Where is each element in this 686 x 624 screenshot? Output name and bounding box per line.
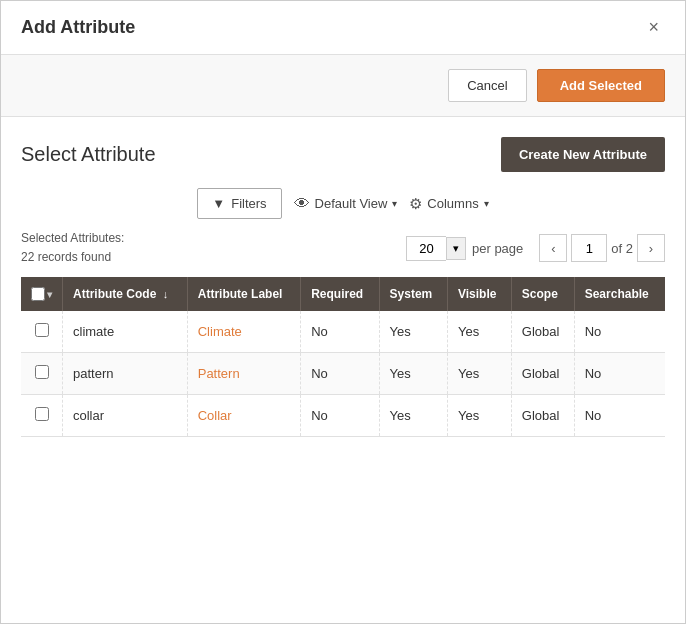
filters-button[interactable]: ▼ Filters [197,188,281,219]
chevron-down-icon: ▾ [392,198,397,209]
cell-system: Yes [379,353,447,395]
page-nav: ‹ of 2 › [539,234,665,262]
th-required: Required [301,277,379,311]
cell-visible: Yes [447,353,511,395]
cell-searchable: No [574,311,665,353]
attribute-label-link[interactable]: Collar [198,408,232,423]
eye-icon: 👁 [294,195,310,213]
total-pages-label: of 2 [611,241,633,256]
table-row: climate Climate No Yes Yes Global No [21,311,665,353]
th-attribute-code: Attribute Code ↓ [63,277,188,311]
sort-icon[interactable]: ↓ [163,288,169,300]
attribute-label-link[interactable]: Climate [198,324,242,339]
cell-attribute-code: collar [63,395,188,437]
th-system: System [379,277,447,311]
cell-attribute-code: climate [63,311,188,353]
view-label: Default View [315,196,388,211]
table-row: pattern Pattern No Yes Yes Global No [21,353,665,395]
row-checkbox[interactable] [35,365,49,379]
row-checkbox-cell [21,311,63,353]
default-view-selector[interactable]: 👁 Default View ▾ [294,195,398,213]
select-all-dropdown-icon[interactable]: ▾ [47,289,52,300]
cell-visible: Yes [447,395,511,437]
current-page-input[interactable] [571,234,607,262]
records-found-label: 22 records found [21,248,124,267]
per-page-control: ▾ per page [406,236,523,261]
section-header: Select Attribute Create New Attribute [21,137,665,172]
modal-toolbar: Cancel Add Selected [1,55,685,117]
cancel-button[interactable]: Cancel [448,69,526,102]
prev-page-button[interactable]: ‹ [539,234,567,262]
selected-attrs-label: Selected Attributes: [21,229,124,248]
modal-title: Add Attribute [21,17,135,38]
pagination-row: Selected Attributes: 22 records found ▾ … [21,229,665,267]
th-visible: Visible [447,277,511,311]
cell-visible: Yes [447,311,511,353]
cell-attribute-label: Pattern [187,353,300,395]
cell-system: Yes [379,395,447,437]
table-row: collar Collar No Yes Yes Global No [21,395,665,437]
row-checkbox[interactable] [35,323,49,337]
columns-chevron-icon: ▾ [484,198,489,209]
cell-attribute-label: Collar [187,395,300,437]
add-attribute-modal: Add Attribute × Cancel Add Selected Sele… [0,0,686,624]
filter-icon: ▼ [212,196,225,211]
cell-scope: Global [511,353,574,395]
cell-required: No [301,353,379,395]
cell-required: No [301,395,379,437]
columns-label: Columns [427,196,478,211]
select-all-checkbox[interactable] [31,287,45,301]
cell-scope: Global [511,395,574,437]
cell-scope: Global [511,311,574,353]
per-page-label: per page [472,241,523,256]
create-new-attribute-button[interactable]: Create New Attribute [501,137,665,172]
modal-body: Select Attribute Create New Attribute ▼ … [1,117,685,623]
row-checkbox-cell [21,353,63,395]
cell-searchable: No [574,395,665,437]
th-select-all: ▾ [21,277,63,311]
records-info: Selected Attributes: 22 records found [21,229,124,267]
cell-searchable: No [574,353,665,395]
attributes-table: ▾ Attribute Code ↓ Attribute Label Requi… [21,277,665,437]
filters-row: ▼ Filters 👁 Default View ▾ ⚙ Columns ▾ [21,188,665,219]
th-searchable: Searchable [574,277,665,311]
section-title: Select Attribute [21,143,156,166]
pagination-controls: ▾ per page ‹ of 2 › [406,234,665,262]
th-attribute-label: Attribute Label [187,277,300,311]
cell-required: No [301,311,379,353]
cell-system: Yes [379,311,447,353]
close-button[interactable]: × [642,15,665,40]
cell-attribute-code: pattern [63,353,188,395]
per-page-input[interactable] [406,236,446,261]
modal-header: Add Attribute × [1,1,685,55]
attribute-label-link[interactable]: Pattern [198,366,240,381]
row-checkbox[interactable] [35,407,49,421]
next-page-button[interactable]: › [637,234,665,262]
cell-attribute-label: Climate [187,311,300,353]
columns-button[interactable]: ⚙ Columns ▾ [409,195,488,213]
th-scope: Scope [511,277,574,311]
add-selected-button[interactable]: Add Selected [537,69,665,102]
per-page-dropdown-btn[interactable]: ▾ [446,237,466,260]
gear-icon: ⚙ [409,195,422,213]
row-checkbox-cell [21,395,63,437]
